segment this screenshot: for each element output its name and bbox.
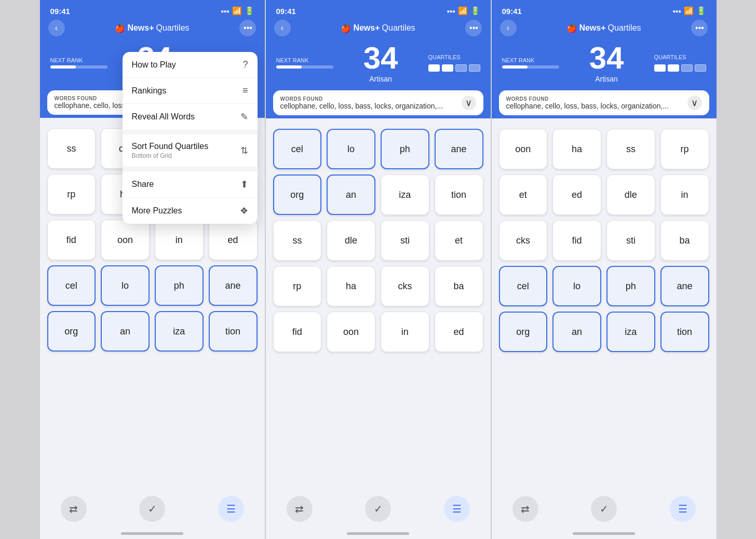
words-found-3[interactable]: WORDS FOUND cellophane, cello, loss, bas…	[499, 90, 709, 115]
tile-3-0-2[interactable]: ss	[606, 129, 655, 169]
words-chevron-3[interactable]: ∨	[687, 96, 702, 110]
tile-3-2-3[interactable]: ba	[660, 220, 709, 261]
tile-1-2-0[interactable]: fid	[47, 220, 96, 260]
more-button-2[interactable]: •••	[465, 20, 482, 36]
tile-1-3-2[interactable]: ph	[155, 265, 204, 306]
menu-item-share[interactable]: Share ⬆	[123, 171, 258, 198]
menu-item-more[interactable]: More Puzzles ❖	[123, 198, 258, 224]
score-right-3: Quartiles	[654, 54, 706, 72]
tile-3-4-2[interactable]: iza	[606, 312, 655, 352]
tile-3-2-0[interactable]: cks	[499, 220, 548, 261]
tile-1-4-3[interactable]: tion	[209, 311, 258, 352]
tile-3-1-2[interactable]: dle	[606, 174, 655, 215]
tile-1-2-1[interactable]: oon	[101, 220, 150, 260]
tile-2-3-2[interactable]: cks	[381, 266, 429, 306]
tile-3-0-3[interactable]: rp	[660, 129, 709, 169]
tile-2-1-2[interactable]: iza	[381, 174, 429, 215]
words-found-2[interactable]: WORDS FOUND cellophane, cello, loss, bas…	[273, 90, 483, 115]
tile-2-3-3[interactable]: ba	[435, 266, 483, 306]
tile-1-3-1[interactable]: lo	[101, 265, 150, 306]
share-icon: ⬆	[240, 179, 248, 190]
tile-1-4-1[interactable]: an	[101, 311, 150, 352]
tile-grid-3: oon ha ss rp et ed dle in cks fid sti ba…	[499, 129, 709, 352]
list-button-1[interactable]: ☰	[218, 496, 244, 522]
shuffle-button-2[interactable]: ⇄	[287, 496, 313, 522]
reveal-icon: ✎	[240, 111, 248, 123]
tile-2-2-2[interactable]: sti	[381, 220, 429, 261]
phone-2: 09:41 ▪▪▪ 📶 🔋 ‹ 🍎 News+ Quartiles ••• Ne…	[265, 0, 491, 539]
home-indicator-3	[492, 532, 717, 539]
tile-3-4-1[interactable]: an	[552, 312, 601, 352]
check-button-3[interactable]: ✓	[591, 496, 617, 522]
tile-3-2-1[interactable]: fid	[552, 220, 601, 261]
tile-3-3-1[interactable]: lo	[552, 266, 601, 306]
tile-2-2-3[interactable]: et	[435, 220, 483, 261]
menu-item-reveal[interactable]: Reveal All Words ✎	[123, 104, 258, 130]
tile-2-0-1[interactable]: lo	[327, 129, 375, 169]
tile-3-4-0[interactable]: org	[499, 312, 548, 352]
menu-item-howtoplay[interactable]: How to Play ?	[123, 52, 258, 78]
back-button-3[interactable]: ‹	[500, 20, 517, 36]
tile-2-4-0[interactable]: fid	[273, 312, 322, 352]
list-button-2[interactable]: ☰	[444, 496, 470, 522]
news-plus-2: News+	[353, 23, 380, 33]
tile-2-0-3[interactable]: ane	[435, 129, 483, 169]
bottom-toolbar-2: ⇄ ✓ ☰	[266, 492, 491, 532]
more-button-3[interactable]: •••	[691, 20, 708, 36]
tile-2-1-0[interactable]: org	[273, 174, 322, 215]
tile-2-4-1[interactable]: oon	[327, 312, 375, 352]
tile-1-1-0[interactable]: rp	[47, 174, 96, 214]
home-indicator-1	[40, 532, 265, 539]
tile-2-1-3[interactable]: tion	[435, 174, 483, 215]
status-bar-1: 09:41 ▪▪▪ 📶 🔋	[40, 0, 265, 18]
back-button-2[interactable]: ‹	[274, 20, 291, 36]
q-box-3-1	[654, 64, 666, 72]
menu-item-rankings-content: Rankings	[132, 86, 242, 96]
tile-3-3-2[interactable]: ph	[606, 266, 655, 306]
apple-logo-1: 🍎	[115, 23, 125, 33]
tile-3-2-2[interactable]: sti	[606, 220, 655, 261]
tile-2-0-0[interactable]: cel	[273, 129, 322, 169]
menu-item-share-content: Share	[132, 180, 240, 189]
tile-1-4-2[interactable]: iza	[155, 311, 204, 352]
tile-1-3-3[interactable]: ane	[209, 265, 258, 306]
shuffle-button-3[interactable]: ⇄	[512, 496, 538, 522]
menu-item-howtoplay-label: How to Play	[132, 60, 176, 69]
tile-3-4-3[interactable]: tion	[660, 312, 709, 352]
back-button-1[interactable]: ‹	[48, 20, 65, 36]
words-chevron-2[interactable]: ∨	[462, 96, 476, 110]
menu-item-sort[interactable]: Sort Found Quartiles Bottom of Grid ⇅	[123, 134, 258, 167]
phones-container: 09:41 ▪▪▪ 📶 🔋 ‹ 🍎 News+ Quartiles ••• Ne…	[0, 0, 756, 539]
tile-2-1-1[interactable]: an	[327, 174, 375, 215]
tile-3-3-0[interactable]: cel	[499, 266, 548, 306]
tile-1-3-0[interactable]: cel	[47, 265, 96, 306]
nav-quartiles-3: Quartiles	[608, 23, 641, 33]
tile-2-3-0[interactable]: rp	[273, 266, 322, 306]
tile-1-2-3[interactable]: ed	[209, 220, 258, 260]
check-button-1[interactable]: ✓	[139, 496, 165, 522]
tile-2-4-3[interactable]: ed	[435, 312, 483, 352]
menu-item-rankings[interactable]: Rankings ≡	[123, 78, 258, 104]
list-button-3[interactable]: ☰	[670, 496, 696, 522]
tile-2-2-0[interactable]: ss	[273, 220, 322, 261]
more-button-1[interactable]: •••	[239, 20, 256, 36]
tile-1-4-0[interactable]: org	[47, 311, 96, 352]
tile-3-1-0[interactable]: et	[499, 174, 548, 215]
shuffle-button-1[interactable]: ⇄	[61, 496, 87, 522]
tile-3-1-1[interactable]: ed	[552, 174, 601, 215]
tile-1-0-0[interactable]: ss	[47, 128, 96, 169]
tile-3-3-3[interactable]: ane	[660, 266, 709, 306]
words-found-label-2: WORDS FOUND	[280, 96, 457, 102]
tile-2-4-2[interactable]: in	[381, 312, 429, 352]
tile-2-0-2[interactable]: ph	[381, 129, 429, 169]
tile-1-2-2[interactable]: in	[155, 220, 204, 260]
tile-2-3-1[interactable]: ha	[327, 266, 375, 306]
tile-3-1-3[interactable]: in	[660, 174, 709, 215]
tile-3-0-0[interactable]: oon	[499, 129, 548, 169]
tile-3-0-1[interactable]: ha	[552, 129, 601, 169]
check-button-2[interactable]: ✓	[365, 496, 391, 522]
tile-2-2-1[interactable]: dle	[327, 220, 375, 261]
menu-item-reveal-label: Reveal All Words	[132, 112, 195, 121]
nav-title-3: 🍎 News+ Quartiles	[566, 23, 641, 33]
nav-quartiles-1: Quartiles	[156, 23, 190, 33]
